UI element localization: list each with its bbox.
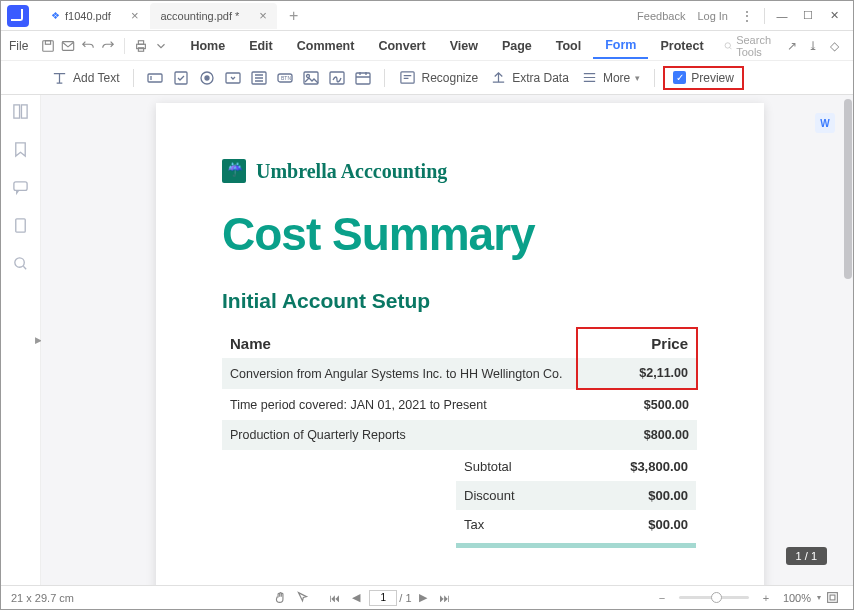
first-page-icon[interactable]: ⏮ (323, 592, 345, 604)
next-page-icon[interactable]: ▶ (412, 591, 434, 604)
prev-page-icon[interactable]: ◀ (345, 591, 367, 604)
svg-rect-23 (16, 219, 25, 232)
tab-accounting[interactable]: accounting.pdf * × (150, 3, 276, 29)
zoom-thumb[interactable] (711, 592, 722, 603)
table-row: Time period covered: JAN 01, 2021 to Pre… (222, 389, 697, 420)
preview-toggle[interactable]: Preview (663, 66, 744, 90)
search-tools[interactable]: Search Tools (724, 34, 782, 58)
hand-tool-icon[interactable] (269, 591, 291, 604)
undo-icon[interactable] (81, 37, 95, 55)
thumbnails-icon[interactable] (12, 103, 29, 123)
menu-edit[interactable]: Edit (237, 34, 285, 58)
document-canvas[interactable]: W 1 / 1 Umbrella Acccounting Cost Summar… (41, 95, 853, 585)
svg-point-16 (307, 74, 310, 77)
zoom-out-icon[interactable]: − (651, 592, 673, 604)
more-menu-icon[interactable]: ⋮ (740, 8, 754, 24)
menu-convert[interactable]: Convert (366, 34, 437, 58)
cloud-icon[interactable]: ⤓ (807, 39, 820, 53)
dropdown-field-icon[interactable] (220, 69, 246, 87)
zoom-in-icon[interactable]: + (755, 592, 777, 604)
svg-point-24 (15, 258, 24, 267)
section-heading: Initial Account Setup (222, 289, 698, 313)
login-link[interactable]: Log In (697, 10, 728, 22)
zoom-value: 100% (783, 592, 811, 604)
save-icon[interactable] (41, 37, 55, 55)
word-export-icon[interactable]: W (815, 113, 835, 133)
bookmark-icon[interactable] (12, 141, 29, 161)
page-dimensions: 21 x 29.7 cm (11, 592, 74, 604)
share-icon[interactable]: ↗ (786, 39, 799, 53)
close-button[interactable]: ✕ (821, 9, 847, 22)
checkbox-icon[interactable] (168, 69, 194, 87)
button-field-icon[interactable]: BTN (272, 69, 298, 87)
summary-table: Subtotal$3,800.00 Discount$00.00 Tax$00.… (456, 452, 696, 539)
tab-label: f1040.pdf (65, 10, 111, 22)
total-bar (456, 543, 696, 548)
tab-f1040[interactable]: ❖ f1040.pdf × (41, 3, 148, 29)
umbrella-icon (222, 159, 246, 183)
dropdown-icon[interactable] (154, 37, 168, 55)
attachment-icon[interactable] (12, 217, 29, 237)
menu-view[interactable]: View (438, 34, 490, 58)
select-tool-icon[interactable] (291, 591, 313, 604)
image-field-icon[interactable] (298, 69, 324, 87)
maximize-button[interactable]: ☐ (795, 9, 821, 22)
checkbox-icon (673, 71, 686, 84)
cell-name: Time period covered: JAN 01, 2021 to Pre… (222, 389, 577, 420)
new-tab-button[interactable]: + (279, 7, 308, 25)
menu-protect[interactable]: Protect (648, 34, 715, 58)
svg-point-6 (725, 42, 730, 47)
fit-page-icon[interactable] (821, 591, 843, 604)
table-row: Production of Quarterly Reports $800.00 (222, 420, 697, 450)
doc-title: Cost Summary (222, 207, 698, 261)
recognize-button[interactable]: Recognize (393, 65, 484, 90)
expand-icon[interactable]: ◇ (828, 39, 841, 53)
svg-rect-19 (401, 72, 414, 83)
tab-label: accounting.pdf * (160, 10, 239, 22)
cell-name: Conversion from Angular Systems Inc. to … (222, 358, 577, 389)
date-field-icon[interactable] (350, 69, 376, 87)
comment-icon[interactable] (12, 179, 29, 199)
file-menu[interactable]: File (9, 39, 28, 53)
svg-rect-8 (175, 72, 187, 84)
page-input[interactable] (369, 590, 397, 606)
signature-icon[interactable] (324, 69, 350, 87)
listbox-icon[interactable] (246, 69, 272, 87)
brand-row: Umbrella Acccounting (222, 159, 698, 183)
cell-price: $2,11.00 (577, 358, 697, 389)
main-area: ▶ W 1 / 1 Umbrella Acccounting Cost Summ… (1, 95, 853, 585)
cost-table: Name Price Conversion from Angular Syste… (222, 327, 698, 450)
svg-rect-7 (148, 74, 162, 82)
text-field-icon[interactable] (142, 69, 168, 87)
menu-tool[interactable]: Tool (544, 34, 593, 58)
feedback-link[interactable]: Feedback (637, 10, 685, 22)
svg-text:BTN: BTN (281, 75, 291, 81)
mail-icon[interactable] (61, 37, 75, 55)
statusbar: 21 x 29.7 cm ⏮ ◀ / 1 ▶ ⏭ − + 100% ▾ (1, 585, 853, 609)
search-icon[interactable] (12, 255, 29, 275)
summary-row: Discount$00.00 (456, 481, 696, 510)
menu-form[interactable]: Form (593, 33, 648, 59)
svg-rect-26 (830, 595, 835, 600)
add-text-button[interactable]: Add Text (45, 65, 125, 90)
minimize-button[interactable]: — (769, 10, 795, 22)
more-button[interactable]: More ▾ (575, 65, 646, 90)
form-toolbar: Add Text BTN Recognize Extra Data More ▾… (1, 61, 853, 95)
menu-comment[interactable]: Comment (285, 34, 367, 58)
close-icon[interactable]: × (131, 8, 139, 23)
add-text-label: Add Text (73, 71, 119, 85)
menu-page[interactable]: Page (490, 34, 544, 58)
svg-rect-25 (827, 593, 837, 603)
last-page-icon[interactable]: ⏭ (434, 592, 456, 604)
svg-point-10 (205, 76, 209, 80)
extra-data-button[interactable]: Extra Data (484, 65, 575, 90)
svg-rect-21 (21, 105, 27, 118)
scrollbar[interactable] (844, 99, 852, 279)
menu-home[interactable]: Home (178, 34, 237, 58)
close-icon[interactable]: × (259, 8, 267, 23)
radio-icon[interactable] (194, 69, 220, 87)
svg-rect-4 (138, 40, 143, 44)
zoom-slider[interactable] (679, 596, 749, 599)
redo-icon[interactable] (101, 37, 115, 55)
print-icon[interactable] (134, 37, 148, 55)
